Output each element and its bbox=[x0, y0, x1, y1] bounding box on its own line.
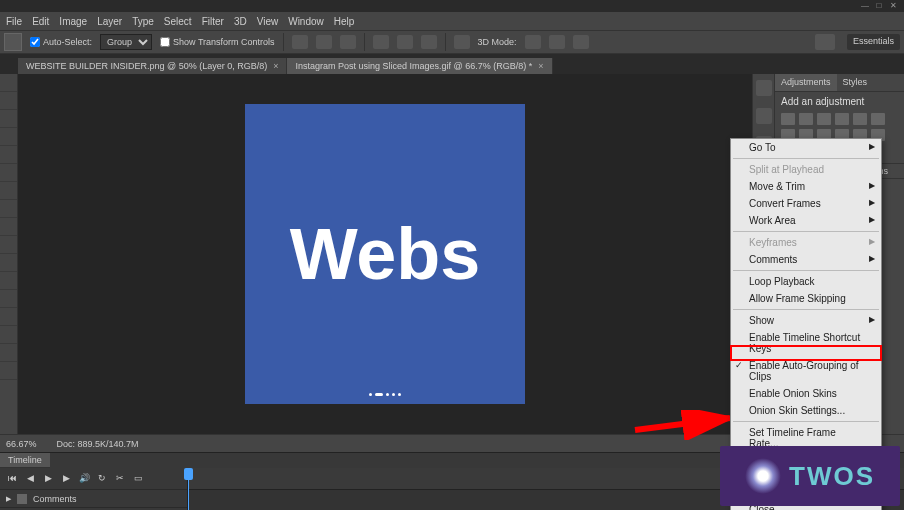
text-tool[interactable] bbox=[0, 290, 17, 308]
auto-select-dropdown[interactable]: Group bbox=[100, 34, 152, 50]
document-tab[interactable]: WEBSITE BUILDER INSIDER.png @ 50% (Layer… bbox=[18, 58, 287, 74]
workspace-switcher[interactable]: Essentials bbox=[847, 34, 900, 50]
playhead[interactable] bbox=[188, 468, 189, 510]
options-bar: Auto-Select: Group Show Transform Contro… bbox=[0, 30, 904, 54]
color-icon[interactable] bbox=[756, 108, 772, 124]
canvas-area[interactable]: Webs bbox=[18, 74, 752, 434]
prev-frame-icon[interactable]: ◀ bbox=[24, 473, 36, 485]
document-tab[interactable]: Instagram Post using Sliced Images.gif @… bbox=[287, 58, 552, 74]
watermark-logo: TWOS bbox=[720, 446, 900, 506]
workspace-icon[interactable] bbox=[815, 34, 835, 50]
loop-icon[interactable]: ↻ bbox=[96, 473, 108, 485]
menu-edit[interactable]: Edit bbox=[32, 16, 49, 27]
menu-allow-frame-skipping[interactable]: Allow Frame Skipping bbox=[731, 290, 881, 307]
doc-info[interactable]: Doc: 889.5K/140.7M bbox=[57, 439, 139, 449]
menu-filter[interactable]: Filter bbox=[202, 16, 224, 27]
lasso-tool[interactable] bbox=[0, 110, 17, 128]
stamp-tool[interactable] bbox=[0, 200, 17, 218]
goto-first-icon[interactable]: ⏮ bbox=[6, 473, 18, 485]
3d-mode-icon[interactable] bbox=[573, 35, 589, 49]
auto-select-checkbox[interactable]: Auto-Select: bbox=[30, 37, 92, 47]
3d-mode-icon[interactable] bbox=[525, 35, 541, 49]
curves-icon[interactable] bbox=[817, 113, 831, 125]
menu-view[interactable]: View bbox=[257, 16, 279, 27]
menu-move-trim[interactable]: Move & Trim▶ bbox=[731, 178, 881, 195]
blur-tool[interactable] bbox=[0, 254, 17, 272]
move-tool[interactable] bbox=[0, 74, 17, 92]
adjustments-tab[interactable]: Adjustments bbox=[775, 74, 837, 91]
play-icon[interactable]: ▶ bbox=[42, 473, 54, 485]
menu-image[interactable]: Image bbox=[59, 16, 87, 27]
menu-show[interactable]: Show▶ bbox=[731, 312, 881, 329]
distribute-icon[interactable] bbox=[397, 35, 413, 49]
document-tab-bar: WEBSITE BUILDER INSIDER.png @ 50% (Layer… bbox=[0, 54, 904, 74]
menu-enable-onion-skins[interactable]: Enable Onion Skins bbox=[731, 385, 881, 402]
close-button[interactable]: ✕ bbox=[886, 1, 900, 11]
timeline-comments-row[interactable]: ▶ Comments bbox=[0, 490, 187, 508]
brightness-icon[interactable] bbox=[781, 113, 795, 125]
chevron-right-icon: ▶ bbox=[869, 198, 875, 207]
brush-tool[interactable] bbox=[0, 182, 17, 200]
menu-layer[interactable]: Layer bbox=[97, 16, 122, 27]
show-transform-label: Show Transform Controls bbox=[173, 37, 275, 47]
split-icon[interactable]: ✂ bbox=[114, 473, 126, 485]
menu-convert-frames[interactable]: Convert Frames▶ bbox=[731, 195, 881, 212]
wand-tool[interactable] bbox=[0, 128, 17, 146]
close-tab-icon[interactable]: × bbox=[538, 61, 543, 71]
menu-work-area[interactable]: Work Area▶ bbox=[731, 212, 881, 229]
3d-icon[interactable] bbox=[454, 35, 470, 49]
timeline-tab[interactable]: Timeline bbox=[0, 453, 50, 468]
hue-icon[interactable] bbox=[871, 113, 885, 125]
eyedropper-tool[interactable] bbox=[0, 164, 17, 182]
menu-help[interactable]: Help bbox=[334, 16, 355, 27]
playback-controls: ⏮ ◀ ▶ ▶ 🔊 ↻ ✂ ▭ bbox=[0, 468, 187, 490]
distribute-icon[interactable] bbox=[421, 35, 437, 49]
comments-label: Comments bbox=[33, 494, 77, 504]
marquee-tool[interactable] bbox=[0, 92, 17, 110]
3d-mode-icon[interactable] bbox=[549, 35, 565, 49]
window-titlebar: — □ ✕ bbox=[0, 0, 904, 12]
hand-tool[interactable] bbox=[0, 326, 17, 344]
menu-comments[interactable]: Comments▶ bbox=[731, 251, 881, 268]
vibrance-icon[interactable] bbox=[853, 113, 867, 125]
close-tab-icon[interactable]: × bbox=[273, 61, 278, 71]
menu-window[interactable]: Window bbox=[288, 16, 324, 27]
gradient-tool[interactable] bbox=[0, 236, 17, 254]
menu-3d[interactable]: 3D bbox=[234, 16, 247, 27]
maximize-button[interactable]: □ bbox=[872, 1, 886, 11]
zoom-level[interactable]: 66.67% bbox=[6, 439, 37, 449]
align-icon[interactable] bbox=[340, 35, 356, 49]
menu-enable-auto-grouping[interactable]: ✓Enable Auto-Grouping of Clips bbox=[731, 357, 881, 385]
crop-tool[interactable] bbox=[0, 146, 17, 164]
next-frame-icon[interactable]: ▶ bbox=[60, 473, 72, 485]
menu-loop-playback[interactable]: Loop Playback bbox=[731, 273, 881, 290]
pen-tool[interactable] bbox=[0, 272, 17, 290]
menu-onion-skin-settings[interactable]: Onion Skin Settings... bbox=[731, 402, 881, 419]
3d-mode-label: 3D Mode: bbox=[478, 37, 517, 47]
exposure-icon[interactable] bbox=[835, 113, 849, 125]
menu-enable-shortcut-keys[interactable]: Enable Timeline Shortcut Keys bbox=[731, 329, 881, 357]
levels-icon[interactable] bbox=[799, 113, 813, 125]
eraser-tool[interactable] bbox=[0, 218, 17, 236]
canvas[interactable]: Webs bbox=[245, 104, 525, 404]
menu-select[interactable]: Select bbox=[164, 16, 192, 27]
menu-type[interactable]: Type bbox=[132, 16, 154, 27]
menu-file[interactable]: File bbox=[6, 16, 22, 27]
audio-icon[interactable]: 🔊 bbox=[78, 473, 90, 485]
chevron-right-icon: ▶ bbox=[869, 315, 875, 324]
history-icon[interactable] bbox=[756, 80, 772, 96]
align-icon[interactable] bbox=[316, 35, 332, 49]
styles-tab[interactable]: Styles bbox=[837, 74, 874, 91]
show-transform-checkbox[interactable]: Show Transform Controls bbox=[160, 37, 275, 47]
shape-tool[interactable] bbox=[0, 308, 17, 326]
zoom-tool[interactable] bbox=[0, 344, 17, 362]
tab-label: WEBSITE BUILDER INSIDER.png @ 50% (Layer… bbox=[26, 61, 267, 71]
minimize-button[interactable]: — bbox=[858, 1, 872, 11]
align-icon[interactable] bbox=[292, 35, 308, 49]
menu-goto[interactable]: Go To▶ bbox=[731, 139, 881, 156]
chevron-right-icon: ▶ bbox=[6, 495, 11, 503]
transition-icon[interactable]: ▭ bbox=[132, 473, 144, 485]
distribute-icon[interactable] bbox=[373, 35, 389, 49]
move-tool-icon[interactable] bbox=[4, 33, 22, 51]
foreground-background-swatch[interactable] bbox=[0, 362, 17, 380]
